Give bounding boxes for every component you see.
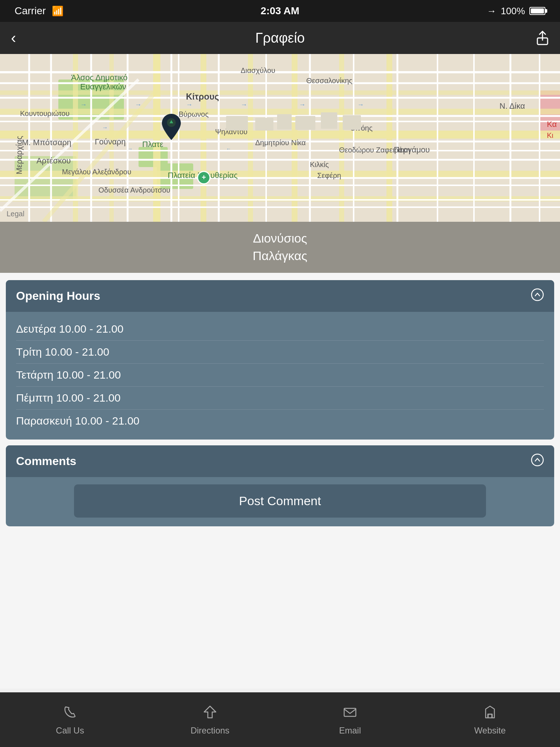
status-time: 2:03 AM	[261, 5, 299, 17]
tab-call-us-label: Call Us	[56, 725, 84, 736]
svg-rect-17	[386, 54, 392, 222]
svg-text:Κίτρους: Κίτρους	[186, 92, 219, 101]
svg-rect-87	[226, 116, 248, 131]
tab-website[interactable]: Website	[420, 704, 560, 736]
svg-rect-13	[201, 54, 206, 222]
svg-text:→: →	[135, 101, 141, 108]
svg-text:Κιλκίς: Κιλκίς	[310, 160, 329, 169]
wifi-icon: 📶	[52, 5, 63, 17]
map-pin	[162, 114, 181, 142]
svg-rect-89	[277, 114, 292, 129]
svg-text:Διασχύλου: Διασχύλου	[241, 66, 275, 74]
map-place-name-line2: Παλάγκας	[253, 247, 307, 265]
opening-hours-header[interactable]: Opening Hours	[6, 280, 554, 312]
map-background: → → → → → → → → → → → ← Άλσος Δημοτικό Ε…	[0, 54, 560, 273]
battery-label: 100%	[501, 5, 525, 17]
email-icon	[342, 704, 358, 723]
comments-title: Comments	[16, 454, 76, 468]
svg-text:Κα: Κα	[547, 120, 557, 129]
svg-text:Legal: Legal	[7, 210, 24, 218]
opening-hours-title: Opening Hours	[16, 289, 100, 303]
svg-text:Θεσσαλονίκης: Θεσσαλονίκης	[306, 77, 353, 85]
hours-row-wednesday: Τετάρτη 10.00 - 21.00	[16, 364, 544, 387]
status-left: Carrier 📶	[15, 5, 63, 17]
svg-text:Περγάμου: Περγάμου	[394, 145, 430, 154]
svg-text:Κι: Κι	[547, 131, 553, 139]
svg-rect-88	[255, 118, 273, 131]
back-button[interactable]: ‹	[11, 29, 33, 47]
svg-text:Μεγάλου Αλεξάνδρου: Μεγάλου Αλεξάνδρου	[62, 168, 131, 176]
svg-text:→: →	[241, 101, 247, 108]
svg-rect-90	[295, 116, 315, 130]
tab-call-us[interactable]: Call Us	[0, 704, 140, 736]
directions-icon	[202, 704, 218, 723]
tab-email-label: Email	[339, 725, 361, 736]
map-container[interactable]: → → → → → → → → → → → ← Άλσος Δημοτικό Ε…	[0, 54, 560, 273]
svg-text:→: →	[357, 101, 364, 108]
svg-rect-99	[488, 714, 492, 718]
post-comment-button[interactable]: Post Comment	[74, 484, 486, 518]
svg-text:←: ←	[226, 146, 231, 152]
hours-row-monday: Δευτέρα 10.00 - 21.00	[16, 318, 544, 341]
tab-directions[interactable]: Directions	[140, 704, 280, 736]
svg-text:→: →	[186, 101, 192, 108]
svg-rect-14	[248, 54, 253, 222]
call-us-icon	[62, 704, 78, 723]
nav-bar: ‹ Γραφείο	[0, 22, 560, 54]
hours-row-friday: Παρασκευή 10.00 - 21.00	[16, 410, 544, 432]
battery-icon	[529, 7, 545, 15]
comments-card: Comments Post Comment	[6, 445, 554, 526]
hours-row-tuesday: Τρίτη 10.00 - 21.00	[16, 341, 544, 364]
svg-text:Βύρωνος: Βύρωνος	[179, 110, 209, 118]
pharmacy-marker: +	[197, 171, 211, 186]
status-right: → 100%	[487, 5, 546, 17]
opening-hours-body: Δευτέρα 10.00 - 21.00 Τρίτη 10.00 - 21.0…	[6, 312, 554, 440]
map-place-name-line1: Διονύσιος	[253, 230, 307, 247]
svg-text:→: →	[299, 101, 306, 108]
tab-directions-label: Directions	[191, 725, 230, 736]
svg-text:Μ. Μπότσαρη: Μ. Μπότσαρη	[22, 138, 71, 147]
opening-hours-chevron-icon	[531, 288, 544, 304]
website-icon	[482, 704, 498, 723]
svg-text:Γούναρη: Γούναρη	[95, 137, 126, 146]
svg-text:+: +	[202, 173, 206, 181]
comments-chevron-icon	[531, 453, 544, 469]
svg-rect-15	[292, 54, 298, 222]
carrier-label: Carrier	[15, 5, 46, 17]
svg-text:Άλσος Δημοτικό: Άλσος Δημοτικό	[71, 73, 128, 82]
map-streets: → → → → → → → → → → → ← Άλσος Δημοτικό Ε…	[0, 54, 560, 222]
svg-text:→: →	[80, 101, 87, 108]
svg-text:Μεραρχίας: Μεραρχίας	[15, 136, 24, 174]
svg-rect-91	[321, 112, 337, 129]
map-place-overlay: Διονύσιος Παλάγκας	[0, 222, 560, 273]
svg-text:→: →	[128, 146, 133, 152]
direction-icon: →	[487, 5, 497, 17]
hours-row-thursday: Πέμπτη 10.00 - 21.00	[16, 387, 544, 410]
comments-body: Post Comment	[6, 477, 554, 526]
svg-text:Ν. Δίκα: Ν. Δίκα	[499, 101, 525, 111]
svg-text:Δημητρίου Νίκα: Δημητρίου Νίκα	[255, 139, 306, 147]
svg-point-97	[532, 454, 543, 466]
tab-bar: Call Us Directions Email Website	[0, 692, 560, 747]
svg-rect-8	[0, 109, 560, 115]
svg-text:Πλατε: Πλατε	[142, 140, 163, 149]
svg-rect-12	[153, 54, 160, 222]
svg-rect-92	[343, 115, 361, 130]
svg-text:→: →	[102, 124, 108, 131]
content-area: Opening Hours Δευτέρα 10.00 - 21.00 Τρίτ…	[0, 273, 560, 689]
status-bar: Carrier 📶 2:03 AM → 100%	[0, 0, 560, 22]
comments-header[interactable]: Comments	[6, 445, 554, 477]
svg-point-96	[532, 289, 543, 301]
svg-rect-98	[344, 708, 356, 716]
tab-website-label: Website	[474, 725, 506, 736]
share-button[interactable]	[527, 31, 549, 45]
svg-text:Οδυσσέα Ανδρούτσου: Οδυσσέα Ανδρούτσου	[98, 186, 170, 194]
tab-email[interactable]: Email	[280, 704, 420, 736]
svg-text:Κουντουριώτου: Κουντουριώτου	[20, 109, 70, 117]
opening-hours-card: Opening Hours Δευτέρα 10.00 - 21.00 Τρίτ…	[6, 280, 554, 440]
svg-text:Σεφέρη: Σεφέρη	[317, 171, 341, 179]
svg-text:Ευαγγελικών: Ευαγγελικών	[80, 82, 126, 91]
page-title: Γραφείο	[255, 30, 305, 46]
svg-text:Αρτέσκου: Αρτέσκου	[36, 156, 71, 165]
